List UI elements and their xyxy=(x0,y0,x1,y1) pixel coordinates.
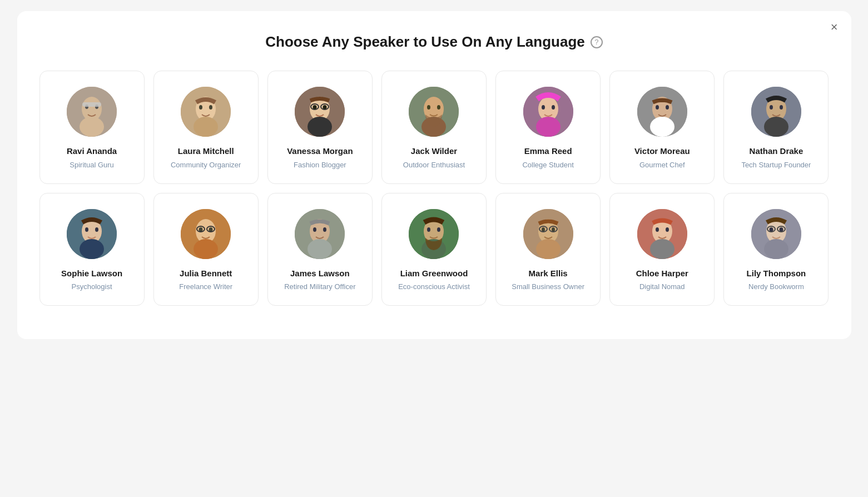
speaker-name-julia-bennett: Julia Bennett xyxy=(180,268,232,279)
svg-point-27 xyxy=(552,105,555,110)
speaker-card-emma-reed[interactable]: Emma ReedCollege Student xyxy=(495,71,601,184)
speaker-selection-modal: × Choose Any Speaker to Use On Any Langu… xyxy=(17,11,851,339)
speaker-role-emma-reed: College Student xyxy=(522,160,574,170)
speaker-role-julia-bennett: Freelance Writer xyxy=(179,282,232,292)
speaker-role-laura-mitchell: Community Organizer xyxy=(171,160,241,170)
speaker-name-emma-reed: Emma Reed xyxy=(524,146,572,157)
svg-rect-5 xyxy=(82,102,101,107)
svg-point-13 xyxy=(307,117,332,137)
speaker-role-liam-greenwood: Eco-conscious Activist xyxy=(398,282,470,292)
speaker-name-laura-mitchell: Laura Mitchell xyxy=(178,146,234,157)
speaker-role-ravi-ananda: Spiritual Guru xyxy=(70,160,113,170)
speaker-card-victor-moreau[interactable]: Victor MoreauGourmet Chef xyxy=(609,71,715,184)
speaker-role-james-lawson: Retired Military Officer xyxy=(284,282,355,292)
svg-point-42 xyxy=(95,227,98,232)
speaker-role-victor-moreau: Gourmet Chef xyxy=(639,160,685,170)
speaker-name-ravi-ananda: Ravi Ananda xyxy=(67,146,117,157)
speaker-name-lily-thompson: Lily Thompson xyxy=(747,268,806,279)
speaker-card-liam-greenwood[interactable]: Liam GreenwoodEco-conscious Activist xyxy=(381,193,487,306)
svg-point-26 xyxy=(542,105,545,110)
speaker-name-vanessa-morgan: Vanessa Morgan xyxy=(287,146,353,157)
svg-point-45 xyxy=(194,239,218,259)
svg-point-53 xyxy=(313,227,316,232)
speaker-name-sophie-lawson: Sophie Lawson xyxy=(61,268,122,279)
speaker-role-lily-thompson: Nerdy Bookworm xyxy=(748,282,804,292)
modal-header: Choose Any Speaker to Use On Any Languag… xyxy=(39,33,829,51)
speaker-role-mark-ellis: Small Business Owner xyxy=(512,282,584,292)
speaker-card-vanessa-morgan[interactable]: Vanessa MorganFashion Blogger xyxy=(267,71,373,184)
speaker-grid: Ravi AnandaSpiritual Guru Laura Mitchell… xyxy=(39,71,829,306)
svg-point-8 xyxy=(194,117,218,137)
speaker-name-chloe-harper: Chloe Harper xyxy=(636,268,688,279)
speaker-role-jack-wilder: Outdoor Enthusiast xyxy=(403,160,465,170)
svg-point-37 xyxy=(780,105,783,110)
svg-point-62 xyxy=(536,239,561,259)
svg-point-10 xyxy=(209,105,212,110)
speaker-card-sophie-lawson[interactable]: Sophie LawsonPsychologist xyxy=(39,193,145,306)
svg-point-35 xyxy=(764,117,788,137)
svg-point-25 xyxy=(536,117,561,137)
speaker-card-julia-bennett[interactable]: Julia BennettFreelance Writer xyxy=(153,193,259,306)
svg-point-9 xyxy=(199,105,202,110)
svg-point-31 xyxy=(656,105,659,110)
svg-point-2 xyxy=(80,117,104,137)
svg-point-36 xyxy=(770,105,773,110)
speaker-card-jack-wilder[interactable]: Jack WilderOutdoor Enthusiast xyxy=(381,71,487,184)
svg-point-32 xyxy=(666,105,669,110)
speaker-card-mark-ellis[interactable]: Mark EllisSmall Business Owner xyxy=(495,193,601,306)
svg-point-52 xyxy=(307,239,332,259)
close-button[interactable]: × xyxy=(831,21,838,33)
svg-point-21 xyxy=(427,105,430,110)
svg-point-59 xyxy=(437,227,440,232)
speaker-card-james-lawson[interactable]: James LawsonRetired Military Officer xyxy=(267,193,373,306)
speaker-role-chloe-harper: Digital Nomad xyxy=(639,282,685,292)
speaker-card-laura-mitchell[interactable]: Laura MitchellCommunity Organizer xyxy=(153,71,259,184)
speaker-role-sophie-lawson: Psychologist xyxy=(72,282,112,292)
speaker-card-chloe-harper[interactable]: Chloe HarperDigital Nomad xyxy=(609,193,715,306)
speaker-name-victor-moreau: Victor Moreau xyxy=(634,146,690,157)
modal-title: Choose Any Speaker to Use On Any Languag… xyxy=(265,33,585,51)
svg-point-71 xyxy=(666,227,669,232)
svg-point-69 xyxy=(650,239,674,259)
speaker-card-ravi-ananda[interactable]: Ravi AnandaSpiritual Guru xyxy=(39,71,145,184)
speaker-name-jack-wilder: Jack Wilder xyxy=(411,146,457,157)
svg-point-30 xyxy=(650,117,674,137)
speaker-name-liam-greenwood: Liam Greenwood xyxy=(400,268,468,279)
speaker-name-james-lawson: James Lawson xyxy=(290,268,350,279)
speaker-role-nathan-drake: Tech Startup Founder xyxy=(741,160,811,170)
help-icon[interactable]: ? xyxy=(591,36,603,48)
svg-point-74 xyxy=(764,239,788,259)
speaker-card-lily-thompson[interactable]: Lily ThompsonNerdy Bookworm xyxy=(723,193,829,306)
speaker-role-vanessa-morgan: Fashion Blogger xyxy=(294,160,346,170)
speaker-card-nathan-drake[interactable]: Nathan DrakeTech Startup Founder xyxy=(723,71,829,184)
speaker-name-nathan-drake: Nathan Drake xyxy=(750,146,803,157)
svg-point-41 xyxy=(85,227,88,232)
speaker-name-mark-ellis: Mark Ellis xyxy=(529,268,568,279)
svg-point-40 xyxy=(80,239,104,259)
svg-point-22 xyxy=(437,105,440,110)
svg-point-70 xyxy=(656,227,659,232)
svg-point-54 xyxy=(323,227,326,232)
svg-point-58 xyxy=(427,227,430,232)
